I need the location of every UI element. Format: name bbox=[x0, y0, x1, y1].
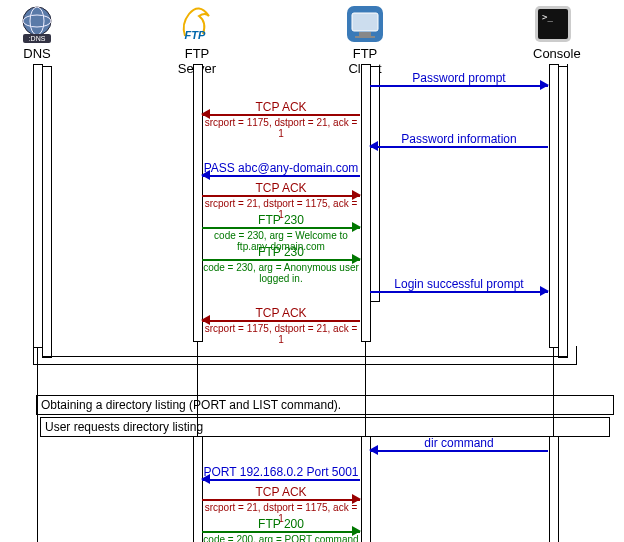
message-m6: FTP 230code = 230, arg = Welcome to ftp.… bbox=[202, 217, 360, 247]
frame-close-1 bbox=[42, 356, 567, 358]
message-m9: TCP ACKsrcport = 1175, dstport = 21, ack… bbox=[202, 310, 360, 340]
actor-dns: :DNS DNS bbox=[17, 4, 57, 61]
message-label: TCP ACK bbox=[202, 485, 360, 499]
actor-label: DNS bbox=[17, 46, 57, 61]
actor-console: >_ Console bbox=[533, 4, 573, 61]
message-label: dir command bbox=[370, 436, 548, 450]
svg-text:>_: >_ bbox=[542, 12, 553, 22]
svg-rect-9 bbox=[355, 36, 375, 38]
svg-point-0 bbox=[23, 7, 51, 35]
svg-rect-8 bbox=[359, 32, 371, 36]
sequence-diagram: :DNS DNS FTP FTP Server FTP Client >_ Co… bbox=[0, 0, 624, 542]
section-label: Obtaining a directory listing (PORT and … bbox=[41, 398, 341, 412]
message-sublabel: srcport = 1175, dstport = 21, ack = 1 bbox=[202, 323, 360, 345]
frame-side-r bbox=[576, 346, 577, 364]
ftp-client-icon bbox=[345, 4, 385, 44]
message-label: PASS abc@any-domain.com bbox=[202, 161, 360, 175]
message-label: Password prompt bbox=[370, 71, 548, 85]
message-sublabel: code = 230, arg = Anonymous user logged … bbox=[202, 262, 360, 284]
message-label: PORT 192.168.0.2 Port 5001 bbox=[202, 465, 360, 479]
message-label: TCP ACK bbox=[202, 306, 360, 320]
message-label: Login successful prompt bbox=[370, 277, 548, 291]
message-m5: TCP ACKsrcport = 21, dstport = 1175, ack… bbox=[202, 185, 360, 215]
message-m1: Password prompt bbox=[370, 75, 548, 105]
message-m2: TCP ACKsrcport = 1175, dstport = 21, ack… bbox=[202, 104, 360, 134]
console-icon: >_ bbox=[533, 4, 573, 44]
message-label: FTP 200 bbox=[202, 517, 360, 531]
svg-rect-7 bbox=[352, 13, 378, 31]
message-sublabel: code = 200, arg = PORT command successfu… bbox=[202, 534, 360, 542]
ftp-server-icon: FTP bbox=[177, 4, 217, 44]
message-m8: Login successful prompt bbox=[370, 281, 548, 311]
svg-text::DNS: :DNS bbox=[29, 35, 46, 42]
dns-icon: :DNS bbox=[17, 4, 57, 44]
section-user-requests: User requests directory listing bbox=[40, 417, 610, 437]
frame-side-l bbox=[33, 346, 34, 364]
message-label: FTP 230 bbox=[202, 213, 360, 227]
message-sublabel: srcport = 1175, dstport = 21, ack = 1 bbox=[202, 117, 360, 139]
activation-console-lower bbox=[549, 436, 559, 542]
message-m10: dir command bbox=[370, 440, 548, 470]
message-label: TCP ACK bbox=[202, 100, 360, 114]
message-m13: FTP 200code = 200, arg = PORT command su… bbox=[202, 521, 360, 542]
message-m3: Password information bbox=[370, 136, 548, 166]
frame-side-r2 bbox=[567, 64, 568, 356]
section-port-list: Obtaining a directory listing (PORT and … bbox=[36, 395, 614, 415]
message-label: TCP ACK bbox=[202, 181, 360, 195]
message-label: Password information bbox=[370, 132, 548, 146]
message-label: FTP 230 bbox=[202, 245, 360, 259]
frame-close-2 bbox=[33, 364, 577, 365]
section-label: User requests directory listing bbox=[45, 420, 203, 434]
activation-dns-2 bbox=[42, 66, 52, 358]
actor-label: Console bbox=[533, 46, 573, 61]
message-m12: TCP ACKsrcport = 21, dstport = 1175, ack… bbox=[202, 489, 360, 519]
message-m7: FTP 230code = 230, arg = Anonymous user … bbox=[202, 249, 360, 279]
svg-text:FTP: FTP bbox=[185, 29, 206, 41]
